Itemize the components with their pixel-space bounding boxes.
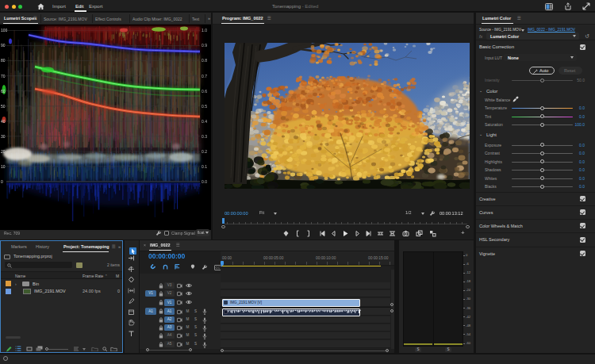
svg-text:80: 80 <box>1 58 6 63</box>
svg-text:0.5: 0.5 <box>202 104 207 109</box>
svg-text:0.6: 0.6 <box>202 89 207 94</box>
svg-text:1.0: 1.0 <box>202 28 207 33</box>
svg-text:60: 60 <box>1 89 6 94</box>
svg-text:0.8: 0.8 <box>202 58 207 63</box>
svg-text:30: 30 <box>1 134 6 139</box>
svg-text:10: 10 <box>1 164 6 169</box>
svg-text:0.4: 0.4 <box>202 119 207 124</box>
svg-text:0.1: 0.1 <box>202 164 207 169</box>
svg-text:70: 70 <box>1 74 6 79</box>
svg-text:0.0: 0.0 <box>202 179 207 184</box>
svg-text:40: 40 <box>1 119 6 124</box>
svg-text:20: 20 <box>1 149 6 154</box>
svg-text:50: 50 <box>1 104 6 109</box>
svg-text:0.7: 0.7 <box>202 74 207 79</box>
svg-text:0: 0 <box>1 179 3 184</box>
svg-text:90: 90 <box>1 43 6 48</box>
svg-text:0.2: 0.2 <box>202 149 207 154</box>
svg-text:0.3: 0.3 <box>202 134 207 139</box>
svg-text:100: 100 <box>1 28 8 33</box>
svg-text:0.9: 0.9 <box>202 43 207 48</box>
